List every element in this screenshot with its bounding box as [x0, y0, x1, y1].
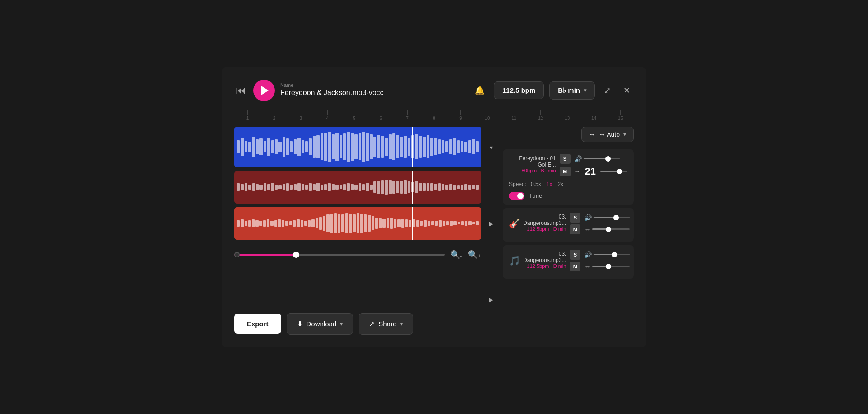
collapse-track1-button[interactable]: ▾ [487, 143, 495, 152]
waveform-bars-3 [234, 207, 481, 240]
download-chevron-icon: ▾ [340, 321, 343, 327]
pan-icon-2: ↔ [584, 226, 590, 233]
ruler-tick: 2 [261, 110, 288, 121]
tune-toggle[interactable] [509, 192, 524, 200]
vol-icon-3: 🔊 [584, 251, 592, 258]
track-3-name2: Dangerous.mp3... [523, 257, 566, 263]
share-label: Share [378, 320, 396, 328]
track-3-bpm-key: 112.5bpm D min [527, 263, 566, 269]
track-2-sm-pan: M ↔ [570, 224, 630, 234]
track-2-name2: Dangerous.mp3... [523, 220, 566, 226]
auto-chevron-icon: ▾ [623, 131, 626, 138]
track-2-volume-slider[interactable] [594, 217, 630, 218]
track-1-solo-button[interactable]: S [560, 154, 571, 164]
track-3-mute-button[interactable]: M [570, 262, 580, 271]
track-2-mute-button[interactable]: M [570, 224, 580, 234]
download-button[interactable]: ⬇ Download ▾ [287, 313, 354, 335]
key-button[interactable]: B♭ min ▾ [549, 81, 595, 100]
zoom-in-button[interactable]: 🔍+ [467, 249, 481, 261]
track-1-control: Fereydoon - 01 Gol E... 80bpm B♭ min S 🔊 [503, 149, 634, 205]
ruler-tick: 3 [288, 110, 314, 121]
ruler-tick: 15 [607, 110, 634, 121]
speed-2x-button[interactable]: 2x [557, 180, 564, 188]
track-3-pan-slider[interactable] [592, 266, 630, 267]
track-1-pan-slider[interactable] [600, 171, 627, 172]
expand-track2-button[interactable]: ▶ [487, 219, 495, 228]
track-1-name: Fereydoon - 01 [519, 155, 556, 162]
main-container: ⏮ Name 🔔 112.5 bpm B♭ min ▾ ⤢ ✕ 1 2 3 4 … [222, 67, 646, 347]
skip-back-button[interactable]: ⏮ [234, 84, 248, 97]
close-button[interactable]: ✕ [620, 84, 634, 97]
waveform-bars-2 [234, 171, 481, 204]
track-1-number: 21 [585, 166, 596, 177]
expand-track3-button[interactable]: ▶ [487, 295, 495, 304]
volume-icon: 🔊 [574, 155, 582, 162]
key-label: B♭ min [558, 86, 580, 95]
waveform-track-3[interactable] [234, 207, 481, 240]
ruler-tick: 9 [448, 110, 474, 121]
ruler-tick: 12 [527, 110, 554, 121]
name-section: Name [280, 82, 466, 98]
ruler-tick: 10 [474, 110, 500, 121]
ruler-tick: 6 [368, 110, 394, 121]
track-2-pan-slider[interactable] [592, 228, 630, 230]
zoom-out-button[interactable]: 🔍- [449, 249, 462, 261]
play-button[interactable] [253, 80, 275, 101]
vol-icon-2: 🔊 [584, 214, 592, 221]
bell-button[interactable]: 🔔 [471, 84, 488, 97]
track-2-bpm: 112.5bpm [527, 226, 549, 232]
track-2-bpm-key: 112.5bpm D min [527, 226, 566, 232]
ruler-tick: 4 [314, 110, 341, 121]
share-button[interactable]: ↗ Share ▾ [359, 313, 413, 335]
chevron-down-icon: ▾ [584, 87, 586, 94]
bpm-button[interactable]: 112.5 bpm [494, 81, 544, 99]
track-2-header: 🎸 03. Dangerous.mp3... 112.5bpm D min S [509, 213, 627, 234]
track-toggles: ▾ ▶ ▶ [487, 127, 497, 304]
track-1-speed-row: Speed: 0.5x 1x 2x [509, 180, 627, 188]
auto-label: ↔ Auto [599, 131, 620, 138]
track-3-volume-slider[interactable] [594, 254, 630, 255]
track-3-bpm: 112.5bpm [527, 263, 549, 269]
music-icon: 🎵 [509, 255, 520, 266]
speed-0.5x-button[interactable]: 0.5x [530, 180, 542, 188]
playhead-2 [412, 171, 413, 204]
export-button[interactable]: Export [234, 314, 281, 334]
auto-button[interactable]: ↔ ↔ Auto ▾ [581, 127, 634, 142]
bottom-buttons: Export ⬇ Download ▾ ↗ Share ▾ [234, 313, 634, 335]
track-3-key: D min [553, 263, 566, 269]
track-3-solo-button[interactable]: S [570, 250, 580, 260]
track-3-control: 🎵 03. Dangerous.mp3... 112.5bpm D min S [503, 245, 634, 279]
scrubber-thumb[interactable] [293, 252, 299, 258]
tracks-left: 🔍- 🔍+ [234, 127, 481, 304]
waveform-track-2[interactable] [234, 171, 481, 204]
track-2-key: D min [553, 226, 566, 232]
share-icon: ↗ [369, 320, 375, 328]
playhead-1 [412, 127, 413, 167]
speed-1x-button[interactable]: 1x [546, 180, 553, 188]
share-chevron-icon: ▾ [400, 321, 403, 327]
track-1-tune-row: Tune [509, 192, 627, 200]
track-2-name: 03. [559, 214, 566, 220]
waveform-bars-1 [234, 127, 481, 167]
ruler-tick: 11 [500, 110, 527, 121]
pan-icon: ↔ [574, 168, 580, 175]
track-1-mute-button[interactable]: M [560, 167, 571, 176]
ruler-tick: 13 [554, 110, 580, 121]
track-1-bpm-key: 80bpm B♭ min [522, 168, 556, 174]
waveform-track-1[interactable] [234, 127, 481, 167]
tune-label: Tune [529, 192, 542, 199]
track-2-solo-button[interactable]: S [570, 213, 580, 223]
tune-toggle-knob [517, 193, 524, 199]
scrubber-track[interactable] [234, 254, 445, 256]
track-name-input[interactable] [280, 89, 407, 98]
expand-button[interactable]: ⤢ [600, 84, 614, 97]
ruler-tick: 8 [421, 110, 448, 121]
pan-icon-3: ↔ [584, 263, 590, 270]
ruler-tick: 14 [580, 110, 607, 121]
auto-arrows-icon: ↔ [589, 131, 595, 138]
scrubber-start-thumb[interactable] [234, 252, 240, 257]
play-icon [261, 86, 269, 95]
playhead-3 [412, 207, 413, 240]
track-1-volume-slider[interactable] [584, 158, 620, 159]
ruler-tick: 7 [394, 110, 421, 121]
